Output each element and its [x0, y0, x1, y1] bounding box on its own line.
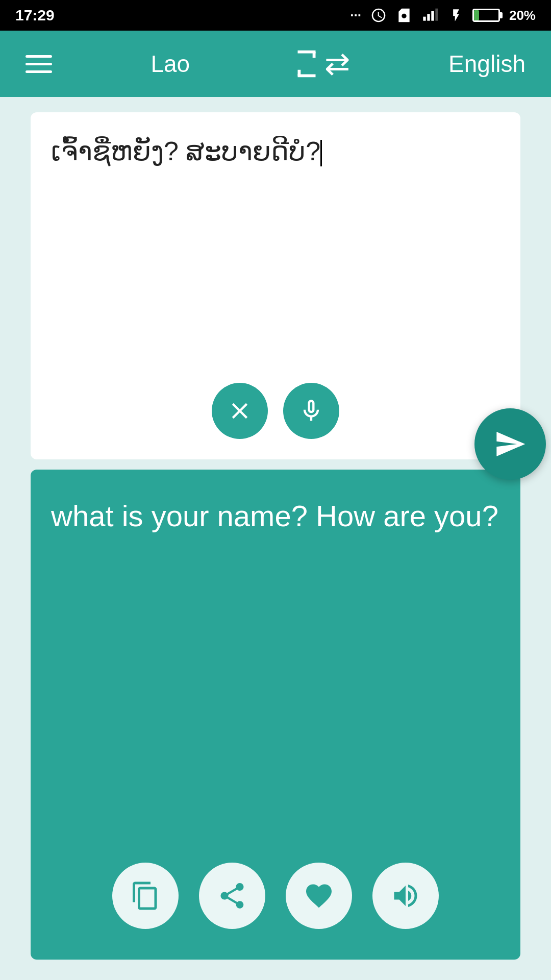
translate-button[interactable]: [474, 408, 546, 480]
battery-icon: [472, 9, 500, 22]
text-cursor: [320, 140, 322, 166]
swap-languages-button[interactable]: ⇄: [289, 46, 350, 82]
menu-line-1: [26, 55, 52, 58]
menu-line-3: [26, 70, 52, 73]
alarm-icon: [370, 7, 387, 23]
svg-rect-0: [423, 17, 425, 21]
input-area-wrapper: ເຈົ້າຊື່ຫຍັງ? ສະບາຍດີບໍ?: [15, 112, 536, 459]
input-text[interactable]: ເຈົ້າຊື່ຫຍັງ? ສະບາຍດີບໍ?: [51, 133, 500, 170]
input-area[interactable]: ເຈົ້າຊື່ຫຍັງ? ສະບາຍດີບໍ?: [31, 112, 520, 459]
toolbar: Lao ⇄ English: [0, 31, 551, 97]
clear-button[interactable]: [212, 383, 268, 439]
status-icons: ··· 20%: [350, 7, 536, 23]
status-bar: 17:29 ··· 20%: [0, 0, 551, 31]
battery-fill: [474, 10, 479, 20]
svg-rect-2: [431, 11, 434, 21]
dots-icon: ···: [350, 8, 361, 23]
signal-icon: [421, 7, 440, 23]
battery-percent: 20%: [509, 8, 536, 23]
menu-button[interactable]: [26, 55, 52, 73]
svg-rect-1: [427, 14, 430, 20]
input-controls: [212, 383, 339, 439]
sim-icon: [396, 7, 412, 23]
microphone-button[interactable]: [283, 383, 339, 439]
output-area: what is your name? How are you?: [31, 470, 520, 960]
output-controls: [112, 863, 439, 929]
share-button[interactable]: [199, 863, 265, 929]
charging-icon: [449, 7, 463, 23]
svg-rect-3: [435, 9, 438, 21]
speak-button[interactable]: [372, 863, 439, 929]
target-language[interactable]: English: [448, 50, 525, 78]
source-language[interactable]: Lao: [151, 50, 190, 78]
time: 17:29: [15, 7, 55, 24]
copy-button[interactable]: [112, 863, 179, 929]
output-text: what is your name? How are you?: [51, 495, 500, 536]
menu-line-2: [26, 63, 52, 65]
favorite-button[interactable]: [286, 863, 352, 929]
